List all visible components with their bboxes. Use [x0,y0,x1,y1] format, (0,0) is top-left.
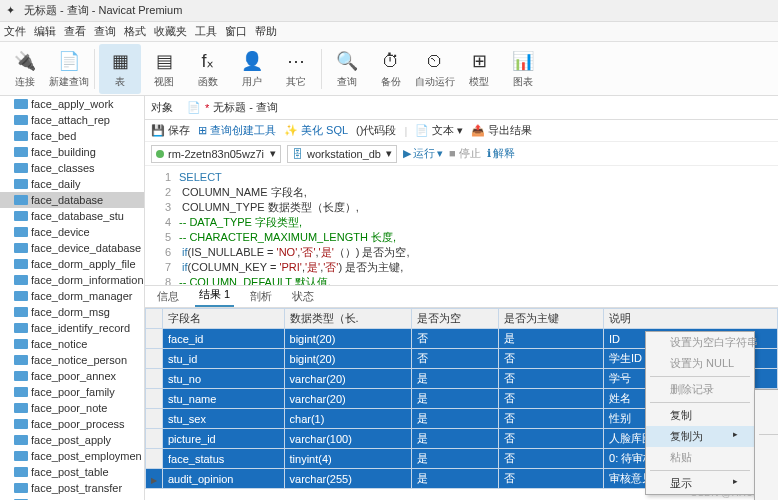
tab-profile[interactable]: 剖析 [246,286,276,307]
ctx-delete[interactable]: 删除记录 [646,379,754,400]
图表-icon: 📊 [510,48,536,74]
其它-icon: ⋯ [283,48,309,74]
table-face_bed[interactable]: face_bed [0,128,144,144]
table-face_post_transfer[interactable]: face_post_transfer [0,480,144,496]
sub-update[interactable]: Update 语句 [755,411,778,432]
app-icon: ✦ [6,4,20,18]
explain-button[interactable]: ℹ 解释 [487,146,515,161]
col-header[interactable]: 数据类型（长. [284,309,411,329]
builder-button[interactable]: ⊞ 查询创建工具 [198,123,276,138]
query-toolbar: 💾 保存 ⊞ 查询创建工具 ✨ 美化 SQL ()代码段 | 📄 文本 ▾ 📤 … [145,120,778,142]
table-icon [14,467,28,477]
table-face_device[interactable]: face_device [0,224,144,240]
text-button[interactable]: 📄 文本 ▾ [415,123,463,138]
table-face_dorm_information[interactable]: face_dorm_information [0,272,144,288]
toolbar-新建查询[interactable]: 📄新建查询 [48,44,90,94]
toolbar-表[interactable]: ▦表 [99,44,141,94]
menu-favorites[interactable]: 收藏夹 [154,24,187,39]
表-icon: ▦ [107,48,133,74]
tab-query[interactable]: 📄*无标题 - 查询 [187,100,278,115]
toolbar-图表[interactable]: 📊图表 [502,44,544,94]
table-face_dorm_msg[interactable]: face_dorm_msg [0,304,144,320]
ctx-copy[interactable]: 复制 [646,405,754,426]
table-icon [14,307,28,317]
table-face_database_stu[interactable]: face_database_stu [0,208,144,224]
ctx-show[interactable]: 显示 [646,473,754,494]
table-face_device_database[interactable]: face_device_database [0,240,144,256]
table-icon [14,355,28,365]
table-face_poor_family[interactable]: face_poor_family [0,384,144,400]
table-face_apply_work[interactable]: face_apply_work [0,96,144,112]
ctx-paste[interactable]: 粘贴 [646,447,754,468]
menu-tools[interactable]: 工具 [195,24,217,39]
col-header[interactable]: 字段名 [163,309,285,329]
table-face_dorm_apply_file[interactable]: face_dorm_apply_file [0,256,144,272]
table-icon [14,419,28,429]
stop-button[interactable]: ■ 停止 [449,146,481,161]
db-select[interactable]: 🗄workstation_db▾ [287,145,397,163]
ctx-copy-as[interactable]: 复制为 [646,426,754,447]
table-face_building[interactable]: face_building [0,144,144,160]
export-button[interactable]: 📤 导出结果 [471,123,532,138]
table-face_post_employmen[interactable]: face_post_employmen [0,448,144,464]
save-button[interactable]: 💾 保存 [151,123,190,138]
toolbar-其它[interactable]: ⋯其它 [275,44,317,94]
server-select[interactable]: rm-2zetn83n05wz7i▾ [151,145,281,163]
table-face_identify_record[interactable]: face_identify_record [0,320,144,336]
ctx-set-blank[interactable]: 设置为空白字符串 [646,332,754,353]
table-face_daily[interactable]: face_daily [0,176,144,192]
snippet-button[interactable]: ()代码段 [356,123,396,138]
col-header[interactable]: 说明 [604,309,778,329]
table-face_poor_annex[interactable]: face_poor_annex [0,368,144,384]
sub-insert[interactable]: Insert 语句 [755,390,778,411]
toolbar-自动运行[interactable]: ⏲自动运行 [414,44,456,94]
toolbar-用户[interactable]: 👤用户 [231,44,273,94]
tab-result1[interactable]: 结果 1 [195,284,234,307]
table-face_notice_person[interactable]: face_notice_person [0,352,144,368]
tab-status[interactable]: 状态 [288,286,318,307]
status-dot-icon [156,150,164,158]
menu-window[interactable]: 窗口 [225,24,247,39]
toolbar-查询[interactable]: 🔍查询 [326,44,368,94]
table-face_post_apply[interactable]: face_post_apply [0,432,144,448]
toolbar-模型[interactable]: ⊞模型 [458,44,500,94]
table-face_record_workstudy[interactable]: face_record_workstudy [0,496,144,500]
menu-file[interactable]: 文件 [4,24,26,39]
table-face_dorm_manager[interactable]: face_dorm_manager [0,288,144,304]
table-face_classes[interactable]: face_classes [0,160,144,176]
table-icon [14,403,28,413]
col-header[interactable]: 是否为主键 [499,309,604,329]
table-face_post_table[interactable]: face_post_table [0,464,144,480]
tab-objects[interactable]: 对象 [151,100,173,115]
editor-tabs: 对象 📄*无标题 - 查询 [145,96,778,120]
sub-tab-fields[interactable]: 制表符分隔值（字段名） [755,458,778,479]
toolbar-函数[interactable]: fₓ函数 [187,44,229,94]
menu-view[interactable]: 查看 [64,24,86,39]
menu-help[interactable]: 帮助 [255,24,277,39]
beautify-button[interactable]: ✨ 美化 SQL [284,123,348,138]
sql-editor[interactable]: 1SELECT2 COLUMN_NAME 字段名,3 COLUMN_TYPE 数… [145,166,778,286]
table-face_poor_note[interactable]: face_poor_note [0,400,144,416]
table-face_notice[interactable]: face_notice [0,336,144,352]
sub-tab-both[interactable]: 制表符分隔值（字段名和数据） [755,479,778,500]
table-face_attach_rep[interactable]: face_attach_rep [0,112,144,128]
连接-icon: 🔌 [12,48,38,74]
toolbar-备份[interactable]: ⏱备份 [370,44,412,94]
table-icon [14,195,28,205]
table-icon [14,243,28,253]
run-button[interactable]: ▶ 运行 ▾ [403,146,443,161]
menu-query[interactable]: 查询 [94,24,116,39]
menu-format[interactable]: 格式 [124,24,146,39]
col-header[interactable]: 是否为空 [411,309,498,329]
table-icon [14,131,28,141]
toolbar-视图[interactable]: ▤视图 [143,44,185,94]
table-icon [14,99,28,109]
table-icon [14,227,28,237]
table-face_database[interactable]: face_database [0,192,144,208]
table-face_poor_process[interactable]: face_poor_process [0,416,144,432]
sub-tab-data[interactable]: 制表符分隔值（数据） [755,437,778,458]
menu-edit[interactable]: 编辑 [34,24,56,39]
toolbar-连接[interactable]: 🔌连接 [4,44,46,94]
ctx-set-null[interactable]: 设置为 NULL [646,353,754,374]
tab-info[interactable]: 信息 [153,286,183,307]
